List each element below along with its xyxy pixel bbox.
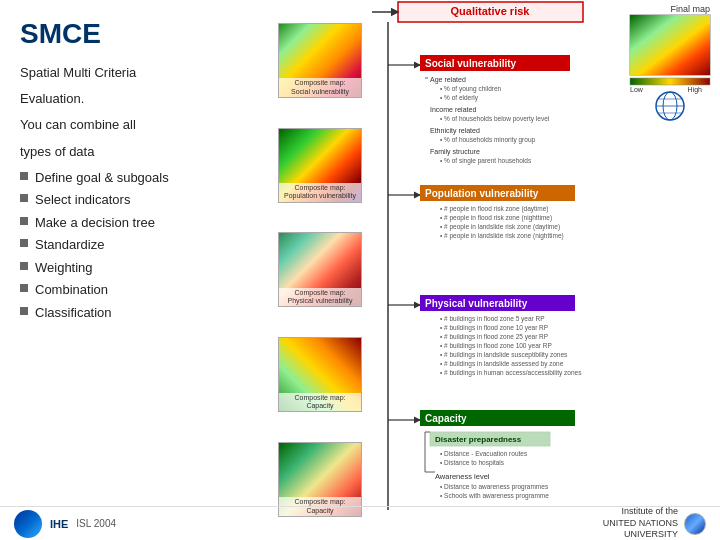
svg-text:• # buildings in landslide ass: • # buildings in landslide assessed by z…	[440, 360, 564, 368]
svg-text:Age related: Age related	[430, 76, 466, 84]
svg-text:High: High	[688, 86, 703, 94]
svg-text:Low: Low	[630, 86, 644, 93]
svg-text:• Schools with awareness progr: • Schools with awareness programme	[440, 492, 549, 500]
svg-text:Family structure: Family structure	[430, 148, 480, 156]
svg-text:• Distance - Evacuation routes: • Distance - Evacuation routes	[440, 450, 528, 457]
isl-year: ISL 2004	[76, 518, 116, 529]
list-item-label: Define goal & subgoals	[35, 169, 169, 187]
bottom-logo-right: Institute of theUNITED NATIONSUNIVERSITY	[603, 506, 706, 540]
bullet-icon	[20, 194, 28, 202]
map-thumb-1: Composite map:Social vulnerability	[278, 23, 362, 98]
ihe-text: IHE	[50, 518, 68, 530]
left-panel: SMCE Spatial Multi Criteria Evaluation. …	[0, 0, 270, 540]
svg-text:• # buildings in flood zone 5 : • # buildings in flood zone 5 year RP	[440, 315, 545, 323]
svg-text:• % of young children: • % of young children	[440, 85, 502, 93]
svg-text:Final map: Final map	[670, 4, 710, 14]
map-thumb-3: Composite map:Physical vulnerability	[278, 232, 362, 307]
list-item-label: Classification	[35, 304, 112, 322]
svg-text:Population vulnerability: Population vulnerability	[425, 188, 539, 199]
bullet-list: Define goal & subgoals Select indicators…	[20, 169, 250, 322]
svg-text:Income related: Income related	[430, 106, 476, 113]
svg-text:• # buildings in flood zone 10: • # buildings in flood zone 100 year RP	[440, 342, 552, 350]
svg-text:Qualitative risk: Qualitative risk	[451, 5, 531, 17]
svg-text:• # people in flood risk zone : • # people in flood risk zone (daytime)	[440, 205, 549, 213]
list-item: Combination	[20, 281, 250, 299]
svg-text:• # buildings in flood zone 10: • # buildings in flood zone 10 year RP	[440, 324, 548, 332]
list-item: Make a decision tree	[20, 214, 250, 232]
svg-text:• % of single parent household: • % of single parent households	[440, 157, 532, 165]
bottom-bar: IHE ISL 2004 Institute of theUNITED NATI…	[0, 506, 720, 540]
svg-text:• # buildings in human access/: • # buildings in human access/accessibil…	[440, 369, 582, 377]
svg-text:• # people in landslide risk z: • # people in landslide risk zone (dayti…	[440, 223, 560, 231]
page-container: SMCE Spatial Multi Criteria Evaluation. …	[0, 0, 720, 540]
list-item: Define goal & subgoals	[20, 169, 250, 187]
svg-rect-3	[630, 78, 710, 85]
un-text: Institute of theUNITED NATIONSUNIVERSITY	[603, 506, 678, 540]
list-item-label: Select indicators	[35, 191, 130, 209]
svg-text:Social vulnerability: Social vulnerability	[425, 58, 517, 69]
map-thumb-2: Composite map:Population vulnerability	[278, 128, 362, 203]
subtitle-line2: Evaluation.	[20, 90, 250, 108]
bullet-icon	[20, 172, 28, 180]
svg-rect-2	[630, 15, 710, 75]
svg-text:• % of households below povert: • % of households below poverty level	[440, 115, 550, 123]
list-item: Select indicators	[20, 191, 250, 209]
list-item-label: Combination	[35, 281, 108, 299]
svg-text:Disaster preparedness: Disaster preparedness	[435, 435, 522, 444]
svg-text:• Distance to hospitals: • Distance to hospitals	[440, 459, 505, 467]
svg-text:• Distance to awareness progra: • Distance to awareness programmes	[440, 483, 549, 491]
svg-text:Physical vulnerability: Physical vulnerability	[425, 298, 528, 309]
bullet-icon	[20, 239, 28, 247]
subtitle-line1: Spatial Multi Criteria	[20, 64, 250, 82]
bullet-icon	[20, 262, 28, 270]
svg-text:Awareness level: Awareness level	[435, 472, 490, 481]
svg-text:• % of households minority gro: • % of households minority group	[440, 136, 536, 144]
list-item: Classification	[20, 304, 250, 322]
diagram-svg: Final map Low High	[370, 0, 720, 540]
itc-logo	[14, 510, 42, 538]
globe-icon	[684, 513, 706, 535]
page-title: SMCE	[20, 18, 250, 50]
svg-text:Ethnicity related: Ethnicity related	[430, 127, 480, 135]
list-item-label: Make a decision tree	[35, 214, 155, 232]
svg-text:• # buildings in landslide sus: • # buildings in landslide susceptibilit…	[440, 351, 568, 359]
list-item: Weighting	[20, 259, 250, 277]
map-label-1: Composite map:Social vulnerability	[279, 78, 361, 97]
svg-text:• # people in flood risk zone : • # people in flood risk zone (nighttime…	[440, 214, 552, 222]
list-item: Standardize	[20, 236, 250, 254]
map-thumb-4: Composite map:Capacity	[278, 337, 362, 412]
bullet-icon	[20, 284, 28, 292]
svg-text:• # buildings in flood zone 25: • # buildings in flood zone 25 year RP	[440, 333, 548, 341]
list-item-label: Standardize	[35, 236, 104, 254]
maps-column: Composite map:Social vulnerability Compo…	[270, 0, 370, 540]
svg-text:• % of elderly: • % of elderly	[440, 94, 479, 102]
bullet-icon	[20, 307, 28, 315]
list-item-label: Weighting	[35, 259, 93, 277]
map-label-2: Composite map:Population vulnerability	[279, 183, 361, 202]
desc-line2: types of data	[20, 143, 250, 161]
bullet-icon	[20, 217, 28, 225]
map-label-4: Composite map:Capacity	[279, 393, 361, 412]
svg-text:Capacity: Capacity	[425, 413, 467, 424]
map-label-3: Composite map:Physical vulnerability	[279, 288, 361, 307]
svg-text:• # people in landslide risk z: • # people in landslide risk zone (night…	[440, 232, 564, 240]
desc-line1: You can combine all	[20, 116, 250, 134]
bottom-logo-left: IHE ISL 2004	[14, 510, 116, 538]
